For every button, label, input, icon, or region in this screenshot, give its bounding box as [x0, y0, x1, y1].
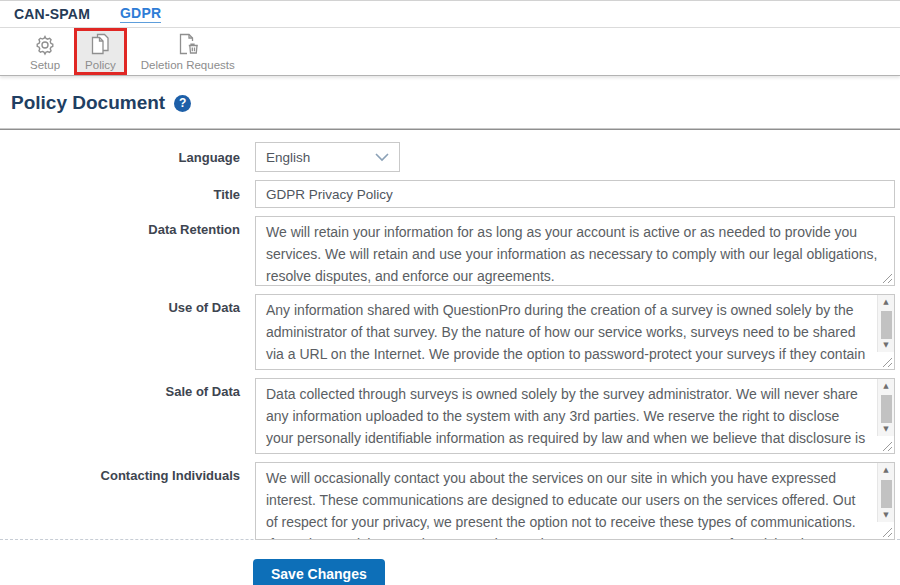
- scroll-up-icon[interactable]: ▲: [878, 379, 895, 392]
- vertical-scrollbar[interactable]: ▲ ▼: [877, 379, 894, 436]
- scroll-up-icon[interactable]: ▲: [878, 463, 895, 477]
- title-input[interactable]: [255, 180, 895, 208]
- title-label: Title: [5, 187, 255, 202]
- form-row-language: Language English: [5, 142, 895, 172]
- deletion-requests-icon: [176, 32, 200, 56]
- vertical-scrollbar[interactable]: ▲ ▼: [877, 295, 894, 352]
- scroll-down-icon[interactable]: ▼: [878, 508, 895, 522]
- scrollbar-thumb[interactable]: [881, 480, 892, 509]
- form-row-contacting-individuals: Contacting Individuals We will occasiona…: [5, 462, 895, 540]
- gdpr-toolbar: Setup Policy: [0, 28, 900, 76]
- language-selected-value: English: [266, 150, 310, 165]
- tab-bar: CAN-SPAM GDPR: [0, 0, 900, 28]
- sale-of-data-label: Sale of Data: [5, 378, 255, 399]
- toolbar-item-deletion-requests[interactable]: Deletion Requests: [131, 28, 245, 75]
- sale-of-data-textarea[interactable]: Data collected through surveys is owned …: [255, 378, 895, 454]
- scroll-down-icon[interactable]: ▼: [878, 339, 895, 352]
- scrollbar-thumb[interactable]: [881, 311, 892, 339]
- data-retention-label: Data Retention: [5, 216, 255, 237]
- language-label: Language: [5, 150, 255, 165]
- resize-handle[interactable]: [878, 353, 894, 369]
- contacting-individuals-label: Contacting Individuals: [5, 462, 255, 483]
- toolbar-item-policy[interactable]: Policy: [74, 28, 127, 75]
- scrollbar-thumb[interactable]: [881, 395, 892, 423]
- vertical-scrollbar[interactable]: ▲ ▼: [877, 463, 894, 522]
- scroll-up-icon[interactable]: ▲: [878, 295, 895, 308]
- toolbar-item-label: Policy: [85, 59, 116, 71]
- help-icon[interactable]: ?: [174, 95, 191, 112]
- data-retention-textarea[interactable]: We will retain your information for as l…: [255, 216, 895, 286]
- tab-gdpr[interactable]: GDPR: [120, 5, 161, 23]
- button-row: Save Changes: [5, 540, 895, 585]
- tab-can-spam[interactable]: CAN-SPAM: [14, 6, 90, 22]
- form-row-data-retention: Data Retention We will retain your infor…: [5, 216, 895, 286]
- contacting-individuals-textarea[interactable]: We will occasionally contact you about t…: [255, 462, 895, 540]
- form-row-sale-of-data: Sale of Data Data collected through surv…: [5, 378, 895, 454]
- use-of-data-label: Use of Data: [5, 294, 255, 315]
- resize-handle[interactable]: [878, 269, 894, 285]
- form-row-use-of-data: Use of Data Any information shared with …: [5, 294, 895, 370]
- page-header: Policy Document ?: [5, 92, 895, 114]
- language-select[interactable]: English: [255, 142, 400, 172]
- resize-handle[interactable]: [878, 437, 894, 453]
- gear-icon: [34, 32, 56, 56]
- save-changes-button[interactable]: Save Changes: [253, 559, 385, 585]
- toolbar-item-label: Deletion Requests: [141, 59, 235, 71]
- header-divider: [0, 128, 900, 130]
- gdpr-settings-page: CAN-SPAM GDPR Setup: [0, 0, 900, 585]
- toolbar-item-label: Setup: [30, 59, 60, 71]
- use-of-data-textarea[interactable]: Any information shared with QuestionPro …: [255, 294, 895, 370]
- form-row-title: Title: [5, 180, 895, 208]
- page-title: Policy Document: [11, 92, 165, 114]
- scroll-down-icon[interactable]: ▼: [878, 423, 895, 436]
- policy-pages-icon: [88, 32, 112, 56]
- chevron-down-icon: [375, 150, 389, 165]
- policy-document-panel: Policy Document ? Language English Title: [0, 76, 900, 585]
- resize-handle[interactable]: [878, 523, 894, 539]
- toolbar-item-setup[interactable]: Setup: [20, 28, 70, 75]
